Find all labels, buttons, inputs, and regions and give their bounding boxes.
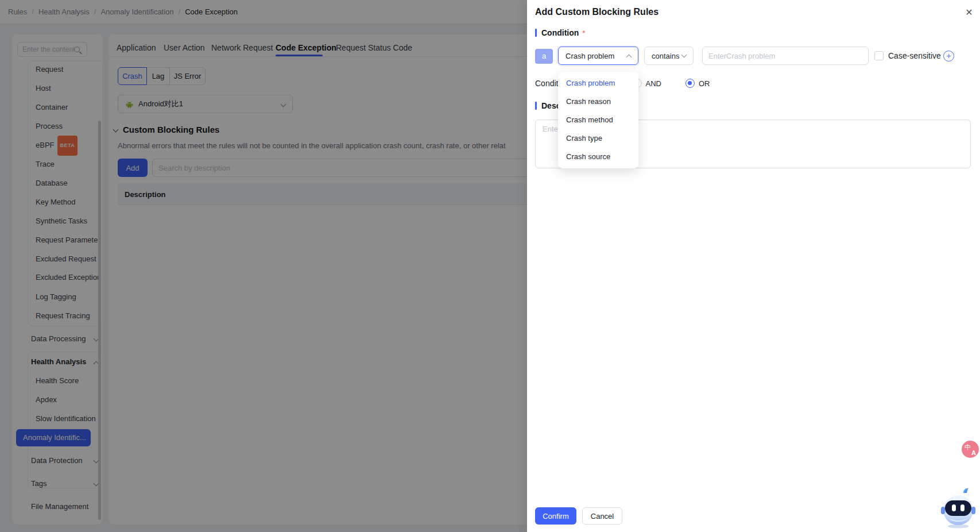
and-radio-label: AND <box>646 79 661 88</box>
condition-field-value: Crash problem <box>565 52 627 60</box>
case-sensitive-label: Case-sensitive <box>888 51 941 60</box>
condition-field-dropdown: Crash problem Crash reason Crash method … <box>558 72 638 168</box>
condition-operator-select[interactable]: contains <box>644 47 694 65</box>
cancel-button[interactable]: Cancel <box>582 507 622 525</box>
or-radio-label: OR <box>699 79 710 88</box>
or-radio[interactable] <box>685 79 695 88</box>
menu-item-crash-method[interactable]: Crash method <box>558 111 638 129</box>
label-accent-bar <box>535 29 537 37</box>
drawer-title: Add Custom Blocking Rules <box>535 7 659 17</box>
modal-overlay[interactable] <box>0 0 527 532</box>
menu-item-crash-type[interactable]: Crash type <box>558 129 638 148</box>
app-root: Rules / Health Analysis / Anomaly Identi… <box>0 0 980 532</box>
chevron-down-icon <box>681 52 687 58</box>
confirm-button[interactable]: Confirm <box>535 507 576 525</box>
chevron-up-icon <box>626 54 632 60</box>
condition-index-badge: a <box>535 49 553 64</box>
close-icon[interactable]: ✕ <box>962 6 976 20</box>
condition-label: Condition * <box>535 28 585 37</box>
menu-item-crash-problem[interactable]: Crash problem <box>558 74 638 92</box>
label-accent-bar <box>535 102 537 110</box>
translate-badge[interactable]: 中 A <box>962 441 979 458</box>
condition-operator-value: contains <box>652 52 682 60</box>
condition-label-text: Condition <box>541 28 579 37</box>
menu-item-crash-reason[interactable]: Crash reason <box>558 92 638 111</box>
assistant-robot-icon[interactable] <box>940 486 978 532</box>
condition-field-select[interactable]: Crash problem <box>558 47 638 65</box>
condition-value-input[interactable] <box>702 47 869 65</box>
required-asterisk: * <box>582 29 585 37</box>
add-condition-icon[interactable]: + <box>943 51 954 61</box>
case-sensitive-checkbox[interactable] <box>874 51 884 60</box>
translate-zh-glyph: 中 <box>964 443 971 452</box>
menu-item-crash-source[interactable]: Crash source <box>558 148 638 166</box>
translate-en-glyph: A <box>971 449 976 456</box>
